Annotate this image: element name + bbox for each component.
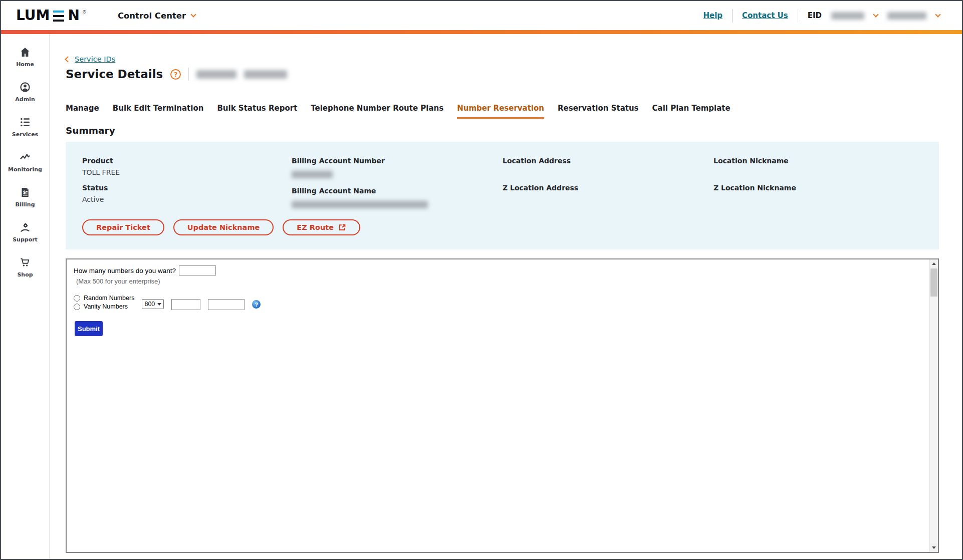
control-center-label: Control Center (118, 11, 186, 21)
scrollbar-thumb[interactable] (930, 268, 937, 297)
header-divider (732, 9, 733, 23)
summary-heading: Summary (66, 125, 939, 136)
scroll-up-button[interactable] (930, 259, 938, 268)
tab-bulk-edit-termination[interactable]: Bulk Edit Termination (113, 104, 204, 119)
support-hand-gear-icon (19, 221, 31, 233)
summary-col-location: Location Address Z Location Address (503, 157, 713, 210)
random-numbers-option[interactable]: Random Numbers (74, 295, 134, 302)
submit-button[interactable]: Submit (75, 321, 103, 336)
sidebar-item-monitoring[interactable]: Monitoring (8, 151, 42, 173)
location-address-label: Location Address (503, 157, 713, 165)
form-scrollbar[interactable] (929, 259, 938, 552)
title-row: Service Details ? (66, 68, 939, 81)
tab-manage[interactable]: Manage (66, 104, 99, 119)
logo-registered-mark: ® (82, 10, 87, 15)
user-dropdown-chevron-icon[interactable] (935, 12, 940, 17)
control-center-menu[interactable]: Control Center (118, 11, 195, 21)
sidebar-item-services[interactable]: Services (12, 116, 38, 138)
billing-account-name-redacted (292, 201, 428, 208)
sidebar-item-label: Billing (15, 201, 35, 208)
admin-user-icon (19, 81, 31, 93)
prefix-selected-value: 800 (144, 301, 155, 308)
sidebar-item-support[interactable]: Support (13, 221, 38, 243)
z-location-nickname-value (713, 195, 939, 204)
number-reservation-form-panel: How many numbers do you want? (Max 500 f… (66, 258, 939, 553)
services-list-icon (19, 116, 31, 128)
scroll-down-button[interactable] (930, 543, 938, 552)
vanity-numbers-label: Vanity Numbers (84, 303, 128, 310)
summary-col-nickname: Location Nickname Z Location Nickname (713, 157, 939, 210)
summary-panel: Product TOLL FREE Status Active Billing … (66, 142, 939, 249)
summary-col-billing: Billing Account Number Billing Account N… (292, 157, 503, 210)
app-window: LUM N ® Control Center Help Contact Us E… (0, 0, 963, 560)
product-value: TOLL FREE (82, 168, 292, 177)
contact-us-link[interactable]: Contact Us (742, 11, 788, 20)
shopping-cart-icon (19, 256, 31, 268)
external-link-icon (338, 223, 346, 231)
page-title: Service Details (66, 68, 163, 81)
ez-route-button[interactable]: EZ Route (283, 219, 360, 235)
eid-label: EID (808, 11, 822, 20)
tab-number-reservation[interactable]: Number Reservation (457, 104, 544, 119)
breadcrumb-service-ids-link[interactable]: Service IDs (75, 55, 115, 63)
sidebar-nav: Home Admin Services Monitoring $ Billing… (1, 34, 50, 559)
user-name-redacted (887, 12, 926, 20)
tab-reservation-status[interactable]: Reservation Status (558, 104, 639, 119)
sidebar-item-label: Home (16, 61, 34, 68)
sidebar-item-label: Admin (15, 96, 35, 103)
quantity-question-label: How many numbers do you want? (74, 267, 176, 274)
main-content: Service IDs Service Details ? Manage Bul… (50, 34, 962, 559)
title-divider (188, 68, 189, 81)
sidebar-item-admin[interactable]: Admin (15, 81, 35, 103)
z-location-address-value (503, 195, 713, 204)
location-nickname-label: Location Nickname (713, 157, 939, 165)
tab-telephone-number-route-plans[interactable]: Telephone Number Route Plans (311, 104, 443, 119)
random-numbers-label: Random Numbers (84, 295, 134, 302)
logo-e-icon (53, 11, 64, 22)
quantity-input[interactable] (179, 265, 216, 275)
service-tabs: Manage Bulk Edit Termination Bulk Status… (66, 104, 939, 119)
sidebar-item-home[interactable]: Home (16, 46, 34, 68)
location-address-value (503, 168, 713, 177)
repair-ticket-button[interactable]: Repair Ticket (82, 219, 164, 235)
scroll-up-arrow-icon (932, 262, 936, 265)
help-question-icon[interactable]: ? (170, 69, 181, 80)
billing-account-number-label: Billing Account Number (292, 157, 503, 165)
service-id-redacted (196, 70, 236, 79)
pattern-help-icon[interactable]: ? (252, 300, 261, 309)
top-header: LUM N ® Control Center Help Contact Us E… (1, 1, 962, 30)
z-location-address-label: Z Location Address (503, 184, 713, 192)
z-location-nickname-label: Z Location Nickname (713, 184, 939, 192)
svg-text:$: $ (23, 190, 26, 195)
number-pattern-input-2[interactable] (208, 299, 245, 310)
logo-text-left: LUM (16, 9, 50, 23)
chevron-left-icon (65, 56, 71, 63)
radio-button-icon[interactable] (74, 304, 80, 310)
repair-ticket-label: Repair Ticket (96, 223, 150, 231)
select-arrow-icon (157, 303, 161, 306)
status-label: Status (82, 184, 292, 192)
prefix-select[interactable]: 800 (142, 299, 164, 309)
sidebar-item-label: Shop (17, 271, 33, 278)
billing-account-number-redacted (292, 171, 333, 178)
location-nickname-value (713, 168, 939, 177)
tab-call-plan-template[interactable]: Call Plan Template (652, 104, 731, 119)
number-pattern-input-1[interactable] (171, 299, 200, 310)
eid-dropdown-chevron-icon[interactable] (873, 12, 878, 17)
update-nickname-button[interactable]: Update Nickname (173, 219, 274, 235)
max-limit-hint: (Max 500 for your enterprise) (76, 277, 938, 285)
scroll-down-arrow-icon (932, 546, 936, 549)
tab-bulk-status-report[interactable]: Bulk Status Report (217, 104, 297, 119)
summary-actions: Repair Ticket Update Nickname EZ Route (82, 219, 939, 235)
sidebar-item-billing[interactable]: $ Billing (15, 186, 35, 208)
service-id-redacted (244, 70, 287, 79)
sidebar-item-label: Monitoring (8, 166, 42, 173)
radio-button-icon[interactable] (74, 295, 80, 302)
help-link[interactable]: Help (703, 11, 723, 20)
breadcrumb: Service IDs (66, 55, 939, 63)
sidebar-item-shop[interactable]: Shop (17, 256, 33, 278)
billing-account-name-label: Billing Account Name (292, 187, 503, 195)
vanity-numbers-option[interactable]: Vanity Numbers (74, 303, 134, 310)
logo-text-right: N (68, 9, 79, 23)
brand-gradient-bar (1, 30, 962, 34)
